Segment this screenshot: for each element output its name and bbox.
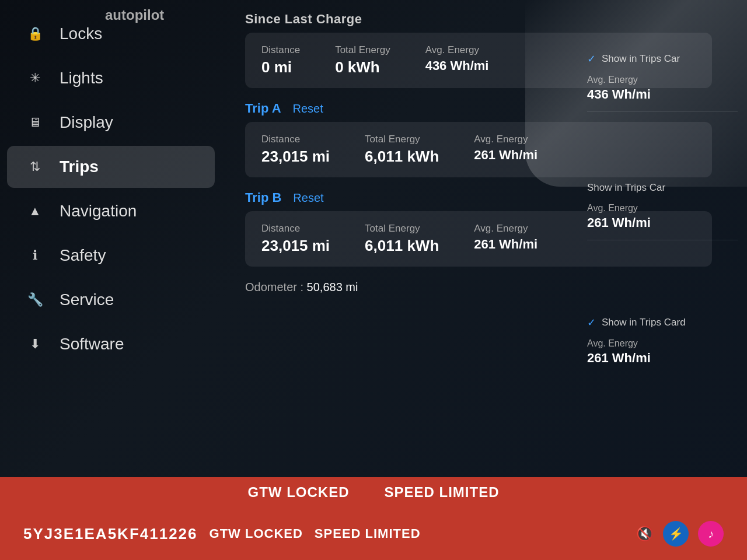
sidebar-item-label-locks: Locks	[60, 24, 102, 43]
lock-icon: 🔒	[25, 23, 46, 44]
since-avg-label: Avg. Energy	[425, 44, 489, 56]
checkmark-icon-b: ✓	[587, 316, 596, 329]
bottom-gtw: GTW LOCKED	[210, 526, 303, 541]
sidebar-item-locks[interactable]: 🔒 Locks	[7, 13, 215, 55]
trip-b-avg-col: Avg. Energy 261 Wh/mi	[474, 223, 537, 252]
lights-icon: ✳	[25, 68, 46, 89]
service-icon: 🔧	[25, 289, 46, 310]
right-trip-b-section: ✓ Show in Trips Card	[587, 246, 738, 335]
avg-energy-since-label: Avg. Energy	[587, 75, 738, 85]
status-bar: GTW LOCKED SPEED LIMITED	[0, 477, 747, 508]
bottom-bar: 5YJ3E1EA5KF411226 GTW LOCKED SPEED LIMIT…	[0, 508, 747, 560]
sidebar-item-trips[interactable]: ⇅ Trips	[7, 146, 215, 188]
avg-energy-a-value: 261 Wh/mi	[587, 215, 738, 230]
show-trips-card-since[interactable]: ✓ Show in Trips Car	[587, 47, 738, 71]
since-distance-label: Distance	[261, 44, 300, 56]
safety-icon: ℹ	[25, 245, 46, 266]
trip-a-distance-col: Distance 23,015 mi	[261, 134, 330, 166]
trip-b-distance-label: Distance	[261, 223, 330, 235]
sidebar-item-label-trips: Trips	[60, 158, 99, 176]
since-avg-col: Avg. Energy 436 Wh/mi	[425, 44, 489, 74]
music-icon[interactable]: ♪	[698, 521, 724, 547]
trip-a-energy-label: Total Energy	[365, 134, 439, 145]
trip-a-avg-value: 261 Wh/mi	[474, 148, 537, 163]
avg-energy-b-label: Avg. Energy	[587, 338, 738, 349]
since-distance-value: 0 mi	[261, 58, 300, 76]
sidebar-item-software[interactable]: ⬇ Software	[7, 323, 215, 365]
avg-energy-since-value: 436 Wh/mi	[587, 87, 738, 102]
trip-b-distance-value: 23,015 mi	[261, 237, 330, 255]
avg-energy-a-label: Avg. Energy	[587, 203, 738, 214]
trip-b-label: Trip B	[245, 190, 281, 205]
navigation-icon: ▲	[25, 201, 46, 222]
trip-a-energy-col: Total Energy 6,011 kWh	[365, 134, 439, 166]
software-icon: ⬇	[25, 334, 46, 355]
mute-icon[interactable]: 🔇	[636, 526, 654, 542]
show-trips-label-b: Show in Trips Card	[602, 317, 686, 328]
divider-2	[587, 240, 738, 240]
bottom-icons: 🔇 ⚡ ♪	[636, 521, 724, 547]
sidebar: 🔒 Locks ✳ Lights 🖥 Display ⇅ Trips ▲ Nav…	[0, 0, 222, 508]
sidebar-item-label-lights: Lights	[60, 69, 103, 88]
odometer-label: Odometer :	[245, 281, 303, 293]
sidebar-item-label-navigation: Navigation	[60, 202, 137, 220]
avg-energy-b-value: 261 Wh/mi	[587, 351, 738, 366]
avg-energy-since: Avg. Energy 436 Wh/mi	[587, 71, 738, 106]
trip-b-reset-button[interactable]: Reset	[293, 191, 323, 205]
trip-a-avg-col: Avg. Energy 261 Wh/mi	[474, 134, 537, 163]
since-energy-value: 0 kWh	[335, 58, 390, 76]
trip-b-avg-label: Avg. Energy	[474, 223, 537, 235]
bluetooth-icon[interactable]: ⚡	[663, 521, 689, 547]
sidebar-item-label-service: Service	[60, 290, 114, 309]
avg-energy-trip-b: Avg. Energy 261 Wh/mi	[587, 335, 738, 369]
trip-a-distance-label: Distance	[261, 134, 330, 145]
sidebar-item-label-software: Software	[60, 335, 124, 354]
show-trips-card-b[interactable]: ✓ Show in Trips Card	[587, 310, 738, 335]
since-energy-label: Total Energy	[335, 44, 390, 56]
trip-b-energy-label: Total Energy	[365, 223, 439, 235]
show-trips-card-a[interactable]: Show in Trips Car	[587, 176, 738, 200]
sidebar-item-lights[interactable]: ✳ Lights	[7, 57, 215, 99]
show-trips-label-a: Show in Trips Car	[587, 182, 665, 194]
vin-text: 5YJ3E1EA5KF411226	[23, 525, 198, 543]
show-trips-label-since: Show in Trips Car	[602, 53, 680, 65]
avg-energy-trip-a: Avg. Energy 261 Wh/mi	[587, 200, 738, 234]
sidebar-item-display[interactable]: 🖥 Display	[7, 102, 215, 144]
sidebar-item-service[interactable]: 🔧 Service	[7, 279, 215, 321]
checkmark-icon-since: ✓	[587, 52, 596, 65]
trips-icon: ⇅	[25, 156, 46, 177]
right-panel: ✓ Show in Trips Car Avg. Energy 436 Wh/m…	[578, 0, 747, 508]
sidebar-item-safety[interactable]: ℹ Safety	[7, 235, 215, 276]
sidebar-item-label-display: Display	[60, 113, 113, 132]
divider-1	[587, 111, 738, 112]
trip-b-avg-value: 261 Wh/mi	[474, 237, 537, 252]
trip-b-energy-value: 6,011 kWh	[365, 237, 439, 255]
bottom-speed: SPEED LIMITED	[315, 526, 421, 541]
sidebar-item-navigation[interactable]: ▲ Navigation	[7, 190, 215, 232]
status-gtw: GTW LOCKED	[247, 484, 349, 501]
since-avg-value: 436 Wh/mi	[425, 58, 489, 74]
sidebar-item-label-safety: Safety	[60, 246, 106, 265]
trip-b-energy-col: Total Energy 6,011 kWh	[365, 223, 439, 255]
display-icon: 🖥	[25, 112, 46, 133]
status-speed: SPEED LIMITED	[384, 484, 499, 501]
right-since-section: ✓ Show in Trips Car	[587, 12, 738, 71]
trip-b-distance-col: Distance 23,015 mi	[261, 223, 330, 255]
trip-a-avg-label: Avg. Energy	[474, 134, 537, 145]
right-trip-a-section: Show in Trips Car	[587, 118, 738, 200]
trip-a-label: Trip A	[245, 101, 281, 116]
since-energy-col: Total Energy 0 kWh	[335, 44, 390, 76]
trip-a-distance-value: 23,015 mi	[261, 148, 330, 166]
since-distance-col: Distance 0 mi	[261, 44, 300, 76]
main-screen: autopilot 🔒 Locks ✳ Lights 🖥 Display ⇅ T…	[0, 0, 747, 560]
trip-a-reset-button[interactable]: Reset	[293, 102, 323, 116]
odometer-value: 50,683 mi	[307, 281, 358, 293]
trip-a-energy-value: 6,011 kWh	[365, 148, 439, 166]
